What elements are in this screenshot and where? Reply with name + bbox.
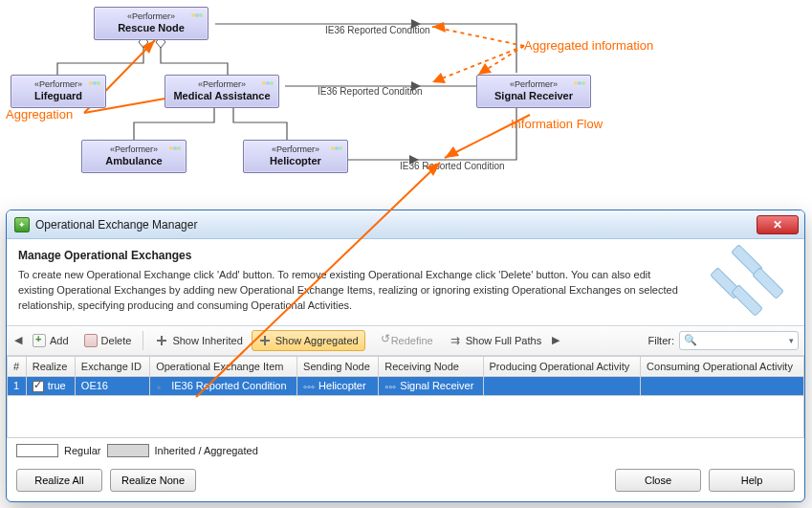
- cell-producing[interactable]: [483, 376, 641, 395]
- col-exchange[interactable]: Exchange ID: [75, 356, 149, 376]
- legend-swatch-regular: [16, 444, 58, 457]
- filter-input[interactable]: [701, 335, 787, 346]
- edge-label-rc3: IE36 Reported Condition: [398, 161, 507, 171]
- redefine-icon: [374, 334, 387, 347]
- svg-marker-12: [478, 63, 492, 75]
- tree-icon: [258, 334, 272, 347]
- legend: Regular Inherited / Aggregated: [7, 438, 804, 465]
- realize-checkbox[interactable]: [33, 381, 44, 392]
- show-full-paths-label: Show Full Paths: [466, 335, 541, 346]
- node-rescue[interactable]: «Performer» Rescue Node: [94, 7, 208, 40]
- realize-none-button[interactable]: Realize None: [110, 469, 196, 492]
- dialog-heading: Manage Operational Exchanges: [18, 249, 682, 262]
- delete-button[interactable]: Delete: [77, 330, 139, 351]
- filter-box[interactable]: 🔍 ▾: [679, 331, 799, 350]
- legend-inherited-label: Inherited / Aggregated: [155, 445, 258, 456]
- dialog-titlebar[interactable]: ✦ Operational Exchange Manager ✕: [7, 210, 804, 239]
- performer-icon: [190, 10, 204, 19]
- dialog-description: To create new Operational Exchange click…: [18, 268, 678, 314]
- performer-icon: [88, 77, 101, 87]
- node-title: Lifeguard: [17, 90, 99, 101]
- help-button[interactable]: Help: [709, 469, 795, 492]
- dialog-title: Operational Exchange Manager: [35, 218, 757, 232]
- performer-icon: ◦◦◦: [303, 381, 315, 392]
- col-num[interactable]: #: [8, 356, 27, 376]
- cell-item[interactable]: IE36 Reported Condition: [150, 376, 297, 395]
- add-label: Add: [50, 335, 69, 346]
- cell-sending[interactable]: ◦◦◦Helicopter: [297, 376, 379, 395]
- cell-item-text: IE36 Reported Condition: [171, 380, 286, 391]
- redefine-button[interactable]: Redefine: [367, 330, 440, 351]
- stereotype-label: «Performer»: [171, 79, 273, 89]
- show-aggregated-button[interactable]: Show Aggregated: [252, 330, 365, 351]
- operational-exchange-manager-dialog: ✦ Operational Exchange Manager ✕ Manage …: [6, 210, 805, 502]
- col-receiving[interactable]: Receiving Node: [379, 356, 483, 376]
- close-button[interactable]: Close: [615, 469, 701, 492]
- exchanges-table: # Realize Exchange ID Operational Exchan…: [7, 356, 804, 438]
- annotation-information-flow: Information Flow: [511, 117, 603, 131]
- svg-marker-11: [432, 73, 446, 83]
- annotation-aggregated-info: Aggregated information: [524, 38, 653, 53]
- performer-icon: [573, 77, 586, 87]
- dialog-toolbar: ◀ Add Delete Show Inherited Show Aggrega…: [7, 326, 804, 356]
- tree-icon: [155, 334, 168, 347]
- exchange-item-icon: [156, 381, 167, 392]
- delete-label: Delete: [101, 335, 132, 346]
- toolbar-scroll-right[interactable]: ▶: [550, 334, 561, 346]
- cell-num: 1: [8, 376, 27, 395]
- cell-consuming[interactable]: [641, 376, 804, 395]
- cell-receiving-text: Signal Receiver: [400, 380, 473, 391]
- node-signal-receiver[interactable]: «Performer» Signal Receiver: [476, 75, 591, 108]
- filter-label: Filter:: [648, 335, 675, 346]
- dialog-illustration: [701, 245, 797, 314]
- node-medical-assistance[interactable]: «Performer» Medical Assistance: [165, 75, 279, 108]
- add-icon: [33, 334, 46, 347]
- col-item[interactable]: Operational Exchange Item: [150, 356, 297, 376]
- col-realize[interactable]: Realize: [26, 356, 75, 376]
- col-producing[interactable]: Producing Operational Activity: [483, 356, 641, 376]
- chevron-down-icon[interactable]: ▾: [789, 336, 794, 345]
- separator: [143, 331, 143, 350]
- search-icon: 🔍: [684, 334, 697, 346]
- edge-label-rc1: IE36 Reported Condition: [323, 25, 432, 35]
- show-inherited-button[interactable]: Show Inherited: [148, 330, 249, 351]
- performer-icon: [168, 143, 182, 152]
- performer-icon: ◦◦◦: [384, 381, 396, 392]
- window-close-button[interactable]: ✕: [757, 215, 799, 234]
- realize-all-button[interactable]: Realize All: [16, 469, 102, 492]
- table-header-row: # Realize Exchange ID Operational Exchan…: [8, 356, 804, 376]
- node-title: Ambulance: [88, 155, 180, 166]
- cell-sending-text: Helicopter: [318, 380, 366, 391]
- show-full-paths-button[interactable]: Show Full Paths: [442, 330, 548, 351]
- svg-marker-7: [143, 40, 155, 54]
- stereotype-label: «Performer»: [88, 144, 180, 154]
- app-icon: ✦: [14, 217, 30, 232]
- uml-diagram: «Performer» Rescue Node «Performer» Life…: [0, 0, 812, 206]
- legend-swatch-inherited: [107, 444, 149, 457]
- show-inherited-label: Show Inherited: [172, 335, 242, 346]
- show-aggregated-label: Show Aggregated: [275, 335, 359, 346]
- toolbar-scroll-left[interactable]: ◀: [12, 334, 24, 346]
- legend-regular-label: Regular: [64, 445, 101, 456]
- cell-exchange-id[interactable]: OE16: [75, 376, 149, 395]
- cell-realize[interactable]: true: [26, 376, 75, 395]
- node-title: Medical Assistance: [171, 90, 273, 101]
- node-ambulance[interactable]: «Performer» Ambulance: [81, 140, 187, 173]
- node-helicopter[interactable]: «Performer» Helicopter: [243, 140, 348, 173]
- path-icon: [449, 334, 462, 347]
- svg-marker-10: [432, 22, 446, 33]
- node-lifeguard[interactable]: «Performer» Lifeguard: [11, 75, 106, 108]
- table-row[interactable]: 1 true OE16 IE36 Reported Condition ◦◦◦H…: [8, 376, 804, 395]
- add-button[interactable]: Add: [26, 330, 76, 351]
- stereotype-label: «Performer»: [250, 144, 341, 154]
- annotation-aggregation: Aggregation: [6, 107, 73, 121]
- performer-icon: [261, 77, 274, 87]
- cell-receiving[interactable]: ◦◦◦Signal Receiver: [379, 376, 483, 395]
- realize-text: true: [48, 380, 66, 391]
- dialog-footer: Realize All Realize None Close Help: [7, 465, 804, 501]
- close-icon: ✕: [773, 218, 782, 232]
- node-title: Helicopter: [250, 155, 341, 166]
- col-sending[interactable]: Sending Node: [297, 356, 379, 376]
- col-consuming[interactable]: Consuming Operational Activity: [641, 356, 804, 376]
- node-title: Signal Receiver: [483, 90, 584, 101]
